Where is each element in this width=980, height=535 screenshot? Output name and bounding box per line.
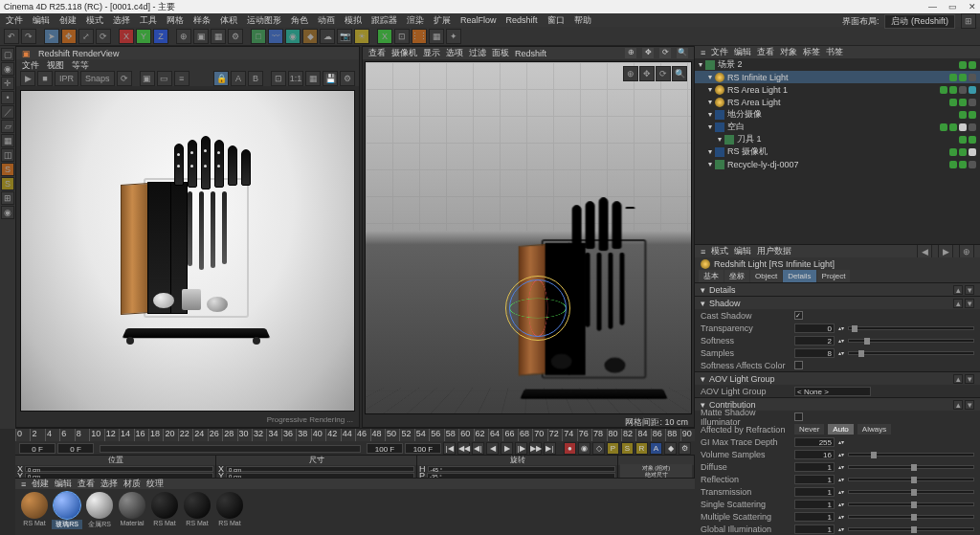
vis-dot[interactable] bbox=[959, 74, 967, 81]
number-field[interactable]: 255 bbox=[794, 437, 835, 447]
mat-tab[interactable]: 材质 bbox=[123, 478, 141, 490]
vp-menu-显示[interactable]: 显示 bbox=[423, 47, 440, 59]
close-button[interactable]: ✕ bbox=[969, 2, 976, 11]
character-button[interactable]: ✦ bbox=[446, 29, 461, 44]
attr-tab[interactable]: 用户数据 bbox=[757, 245, 791, 257]
tree-row[interactable]: ▾RS Infinite Light bbox=[695, 71, 980, 83]
number-field[interactable]: 2 bbox=[794, 336, 835, 346]
menu-角色[interactable]: 角色 bbox=[291, 14, 308, 27]
attr-page-tab[interactable]: 坐标 bbox=[724, 270, 749, 282]
snap-mode[interactable]: S bbox=[1, 177, 14, 190]
tl-play[interactable]: ▶ bbox=[501, 442, 513, 455]
section-header[interactable]: ▾Shadow▴▾ bbox=[695, 297, 980, 309]
number-field[interactable]: 0 bbox=[794, 323, 835, 333]
slider[interactable] bbox=[848, 339, 974, 343]
object-tree[interactable]: ▾场景 2▾RS Infinite Light▾RS Area Light 1▾… bbox=[695, 58, 980, 244]
menu-Redshift[interactable]: Redshift bbox=[506, 15, 538, 25]
tl-goto-start[interactable]: |◀ bbox=[443, 442, 456, 455]
tl-next-frame[interactable]: |▶ bbox=[515, 442, 527, 455]
slider[interactable] bbox=[848, 478, 974, 481]
obj-tab[interactable]: 编辑 bbox=[734, 46, 751, 58]
light-button[interactable]: ☀ bbox=[354, 29, 369, 44]
checkbox[interactable] bbox=[794, 412, 803, 421]
section-toggle[interactable]: ▴ bbox=[953, 299, 963, 308]
mat-tab[interactable]: 纹理 bbox=[146, 478, 164, 490]
tree-row[interactable]: ▾场景 2 bbox=[695, 58, 980, 71]
menu-选择[interactable]: 选择 bbox=[113, 14, 130, 27]
axis-x-icon[interactable]: X bbox=[119, 29, 134, 44]
rv-save[interactable]: 💾 bbox=[323, 71, 338, 86]
tl-keyframe[interactable]: ◇ bbox=[592, 442, 605, 455]
render-settings-button[interactable]: ⚙ bbox=[228, 29, 243, 44]
vis-dot[interactable] bbox=[959, 99, 967, 106]
render-region-button[interactable]: ▦ bbox=[211, 29, 226, 44]
rv-refresh[interactable]: ⟳ bbox=[117, 71, 132, 86]
slider[interactable] bbox=[848, 490, 974, 494]
viewport-solo[interactable]: ◉ bbox=[1, 206, 14, 219]
rv-tab-etc[interactable]: 等等 bbox=[72, 59, 89, 71]
material-item[interactable]: RS Mat bbox=[19, 492, 50, 529]
rv-snap[interactable]: Snaps bbox=[80, 71, 115, 86]
number-field[interactable]: 1 bbox=[794, 500, 835, 509]
mat-tab[interactable]: 创建 bbox=[32, 478, 49, 490]
vis-dot[interactable] bbox=[959, 123, 967, 131]
pill-option[interactable]: Auto bbox=[828, 424, 853, 435]
obj-tab[interactable]: 标签 bbox=[803, 46, 820, 58]
menu-运动图形[interactable]: 运动图形 bbox=[247, 14, 281, 27]
rv-stop[interactable]: ■ bbox=[37, 71, 53, 86]
vis-dot[interactable] bbox=[940, 123, 947, 131]
attr-page-tab[interactable]: Object bbox=[750, 270, 782, 282]
xpresso-button[interactable]: X bbox=[377, 29, 392, 44]
material-item[interactable]: Material bbox=[117, 492, 147, 529]
tree-row[interactable]: ▾刀具 1 bbox=[695, 133, 980, 145]
number-field[interactable]: 1 bbox=[794, 487, 835, 497]
vis-dot[interactable] bbox=[959, 136, 967, 144]
number-field[interactable]: 8 bbox=[794, 348, 835, 358]
coord-field[interactable]: 0 cm bbox=[226, 466, 414, 472]
tl-scale-key[interactable]: S bbox=[621, 442, 634, 455]
vp-menu-Redshift[interactable]: Redshift bbox=[515, 49, 546, 58]
section-toggle[interactable]: ▾ bbox=[965, 400, 974, 410]
number-field[interactable]: 1 bbox=[794, 524, 835, 534]
vp-head-nav[interactable]: ⊕ bbox=[625, 48, 636, 58]
menu-工具[interactable]: 工具 bbox=[140, 14, 157, 27]
pill-option[interactable]: Never bbox=[794, 424, 824, 435]
slider[interactable] bbox=[848, 502, 974, 506]
slider[interactable] bbox=[848, 351, 974, 355]
generator-button[interactable]: ◉ bbox=[285, 29, 301, 44]
tl-pla-key[interactable]: ◆ bbox=[664, 442, 677, 455]
tag-button[interactable]: ⊡ bbox=[394, 29, 410, 44]
number-field[interactable]: 1 bbox=[794, 475, 835, 484]
object-mode[interactable]: ◉ bbox=[1, 62, 14, 76]
tl-start[interactable]: 0 F bbox=[19, 443, 56, 454]
attr-page-tab[interactable]: Details bbox=[783, 270, 815, 282]
tree-row[interactable]: ▾RS Area Light bbox=[695, 96, 980, 108]
vis-dot[interactable] bbox=[969, 161, 976, 168]
menu-跟踪器[interactable]: 跟踪器 bbox=[371, 14, 397, 27]
vis-dot[interactable] bbox=[959, 148, 967, 156]
section-toggle[interactable]: ▴ bbox=[953, 374, 963, 384]
slider[interactable] bbox=[848, 465, 974, 469]
menu-文件[interactable]: 文件 bbox=[6, 14, 23, 27]
render-button[interactable]: ▣ bbox=[193, 29, 209, 44]
section-toggle[interactable]: ▾ bbox=[965, 285, 974, 295]
attr-tab[interactable]: ≡ bbox=[701, 247, 705, 256]
attr-page-tab[interactable]: 基本 bbox=[699, 270, 724, 282]
coord-field[interactable]: -45 ° bbox=[428, 466, 616, 472]
obj-tab[interactable]: 查看 bbox=[757, 46, 774, 58]
poly-mode[interactable]: ▱ bbox=[1, 120, 14, 133]
vis-dot[interactable] bbox=[959, 161, 967, 168]
checkbox[interactable] bbox=[794, 361, 803, 369]
obj-tab[interactable]: 对象 bbox=[780, 46, 797, 58]
mat-tab[interactable]: 编辑 bbox=[55, 478, 72, 490]
tl-autokey[interactable]: ◉ bbox=[578, 442, 590, 455]
tl-rot-key[interactable]: R bbox=[635, 442, 648, 455]
menu-动画[interactable]: 动画 bbox=[318, 14, 335, 27]
number-field[interactable]: 1 bbox=[794, 512, 835, 522]
workplane-mode[interactable]: ⊞ bbox=[1, 191, 14, 205]
rv-start[interactable]: ▶ bbox=[20, 71, 35, 86]
tree-row[interactable]: ▾RS 摄像机 bbox=[695, 145, 980, 158]
viewport[interactable]: ⊕ ✥ ⟳ 🔍 bbox=[365, 61, 692, 414]
tl-options[interactable]: ⚙ bbox=[679, 442, 691, 455]
rv-channels[interactable]: ▦ bbox=[305, 71, 321, 86]
